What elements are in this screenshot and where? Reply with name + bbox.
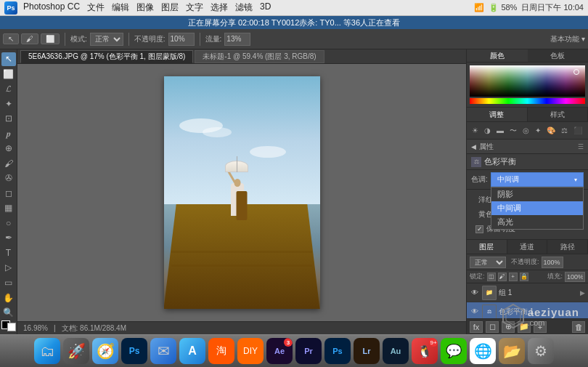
tool-pen[interactable]: ✒ xyxy=(1,231,16,245)
layers-mask-btn[interactable]: ◻ xyxy=(486,321,499,333)
menu-filter[interactable]: 滤镜 xyxy=(235,1,253,14)
tool-crop[interactable]: ⊡ xyxy=(1,112,16,126)
notification-bar: 正在屏幕分享 02:00:18 TY0012赤杀: TY0... 等36人正在查… xyxy=(0,16,588,29)
tool-zoom[interactable]: 🔍 xyxy=(1,306,16,320)
menu-ps[interactable]: Photoshop CC xyxy=(23,1,80,14)
dock-folder[interactable]: 📂 xyxy=(499,338,525,364)
layers-adj-btn[interactable]: ⊕ xyxy=(502,321,515,333)
flow-input[interactable] xyxy=(224,33,250,46)
adj-icon-vibrance[interactable]: ✦ xyxy=(533,126,543,135)
menu-3d[interactable]: 3D xyxy=(260,1,271,14)
dock-chrome[interactable]: 🌐 xyxy=(470,338,496,364)
menu-layer[interactable]: 图层 xyxy=(161,1,179,14)
toolbar-brush[interactable]: 🖌 xyxy=(21,33,38,44)
dock-lr[interactable]: Lr xyxy=(354,338,380,364)
dock-ae[interactable]: Ae 3 xyxy=(266,338,293,364)
tool-eraser[interactable]: ◻ xyxy=(1,187,16,201)
dock-taobao[interactable]: 淘 xyxy=(208,338,234,364)
tab-adjustments[interactable]: 调整 xyxy=(467,108,528,121)
opacity-input[interactable] xyxy=(168,33,195,46)
dock-mail[interactable]: ✉ xyxy=(150,338,176,364)
layer-cb1[interactable]: 👁 ⚖ 色彩平衡 1 xyxy=(467,302,588,318)
lock-transparent-btn[interactable]: ◫ xyxy=(487,273,496,281)
dock-appstore[interactable]: A xyxy=(179,338,205,364)
adj-icon-brightness[interactable]: ☀ xyxy=(470,126,481,135)
tool-clone[interactable]: ✇ xyxy=(1,172,16,185)
dock-wechat[interactable]: 💬 xyxy=(441,338,467,364)
toolbar-move[interactable]: ↖ xyxy=(3,33,19,44)
menu-image[interactable]: 图像 xyxy=(136,1,154,14)
tool-type[interactable]: T xyxy=(1,246,16,260)
tool-lasso[interactable]: 𝓛 xyxy=(1,82,16,96)
layers-group-btn[interactable]: 📁 xyxy=(518,321,531,333)
lock-all-btn[interactable]: 🔒 xyxy=(520,273,528,281)
tool-eyedropper[interactable]: 𝒑 xyxy=(1,127,16,141)
tool-gradient[interactable]: ▦ xyxy=(1,201,16,215)
adj-icon-curves[interactable]: 〜 xyxy=(507,125,519,137)
canvas-wrapper[interactable] xyxy=(17,64,466,321)
menu-type[interactable]: 文字 xyxy=(186,1,203,14)
menu-edit[interactable]: 编辑 xyxy=(112,1,129,14)
layers-delete-btn[interactable]: 🗑 xyxy=(572,321,585,333)
tab-paths[interactable]: 路径 xyxy=(547,240,588,254)
opacity-value[interactable] xyxy=(542,257,563,268)
dock-settings[interactable]: ⚙ xyxy=(528,338,554,364)
adj-icon-cb[interactable]: ⚖ xyxy=(559,126,570,135)
preserve-checkbox[interactable]: ✓ xyxy=(475,225,483,233)
tab-layers[interactable]: 图层 xyxy=(467,240,507,254)
layer-group1[interactable]: 👁 📁 组 1 ▶ xyxy=(467,283,588,302)
layer-eye-cb1[interactable]: 👁 xyxy=(470,307,480,317)
tool-path[interactable]: ▷ xyxy=(1,261,16,275)
tone-selected-display[interactable]: 中间调 ▾ xyxy=(491,172,584,187)
dock-ps2[interactable]: Ps xyxy=(324,338,351,364)
menu-select[interactable]: 选择 xyxy=(211,1,228,14)
layers-fx-btn[interactable]: fx xyxy=(470,321,483,333)
tool-heal[interactable]: ⊕ xyxy=(1,142,16,156)
app-logo: Ps xyxy=(4,1,17,15)
tool-hand[interactable]: ✋ xyxy=(1,291,16,305)
menu-file[interactable]: 文件 xyxy=(87,1,105,14)
fill-value[interactable] xyxy=(565,272,585,282)
mode-select[interactable]: 正常 xyxy=(90,33,123,46)
dock-photoshop[interactable]: Ps xyxy=(121,338,147,364)
dock-launchpad[interactable]: 🚀 xyxy=(63,338,89,364)
dock-qq-avatar[interactable]: 🐧 9+ xyxy=(412,338,438,364)
toolbar-eraser[interactable]: ⬜ xyxy=(41,33,60,44)
tool-brush[interactable]: 🖌 xyxy=(1,157,16,171)
blend-mode-select[interactable]: 正常 xyxy=(470,257,506,268)
toolbar-sep1 xyxy=(65,33,65,46)
tone-option-midtones[interactable]: 中间调 xyxy=(491,201,583,215)
adj-icon-bw[interactable]: ⬛ xyxy=(571,126,584,135)
tool-shape[interactable]: ▭ xyxy=(1,276,16,290)
adj-icon-hue[interactable]: 🎨 xyxy=(544,126,558,135)
tone-option-highlights[interactable]: 高光 xyxy=(491,215,583,229)
layer-eye-group1[interactable]: 👁 xyxy=(470,288,480,298)
prop-options[interactable]: ☰ xyxy=(578,143,584,150)
tab-styles[interactable]: 样式 xyxy=(528,108,589,121)
layer-expand-group1[interactable]: ▶ xyxy=(580,289,585,297)
tool-marquee[interactable]: ⬜ xyxy=(1,68,16,81)
canvas-tab-photo[interactable]: 5E6A3636.JPG @ 17% (色彩平衡 1, 图层蒙版/8) xyxy=(20,50,193,63)
tab-channels[interactable]: 通道 xyxy=(507,240,548,254)
adj-icon-exposure[interactable]: ◎ xyxy=(520,126,531,135)
hue-strip[interactable] xyxy=(470,98,585,104)
lock-position-btn[interactable]: + xyxy=(509,273,518,281)
tool-magic-wand[interactable]: ✦ xyxy=(1,97,16,111)
tab-color[interactable]: 颜色 xyxy=(467,49,528,62)
dock-finder[interactable]: 🗂 xyxy=(34,338,60,364)
dock-pr[interactable]: Pr xyxy=(295,338,322,364)
canvas-tab-untitled[interactable]: 未标题-1 @ 59.4% (图层 3, RGB/8) xyxy=(195,50,324,63)
tool-dodge[interactable]: ○ xyxy=(1,217,16,230)
color-gradient-box[interactable] xyxy=(470,65,585,97)
dock-safari[interactable]: 🧭 xyxy=(92,338,118,364)
tab-swatches[interactable]: 色板 xyxy=(528,49,589,62)
adj-icon-levels[interactable]: ▬ xyxy=(494,126,506,135)
foreground-bg-color[interactable] xyxy=(1,320,16,331)
dock-au[interactable]: Au xyxy=(383,338,409,364)
tone-option-shadow[interactable]: 阴影 xyxy=(491,187,583,201)
tool-move[interactable]: ↖ xyxy=(1,52,16,66)
dock-diy[interactable]: DIY xyxy=(237,338,264,364)
layers-new-btn[interactable]: + xyxy=(534,321,547,333)
lock-image-btn[interactable]: 🖌 xyxy=(498,273,507,281)
adj-icon-contrast[interactable]: ◑ xyxy=(482,126,493,135)
